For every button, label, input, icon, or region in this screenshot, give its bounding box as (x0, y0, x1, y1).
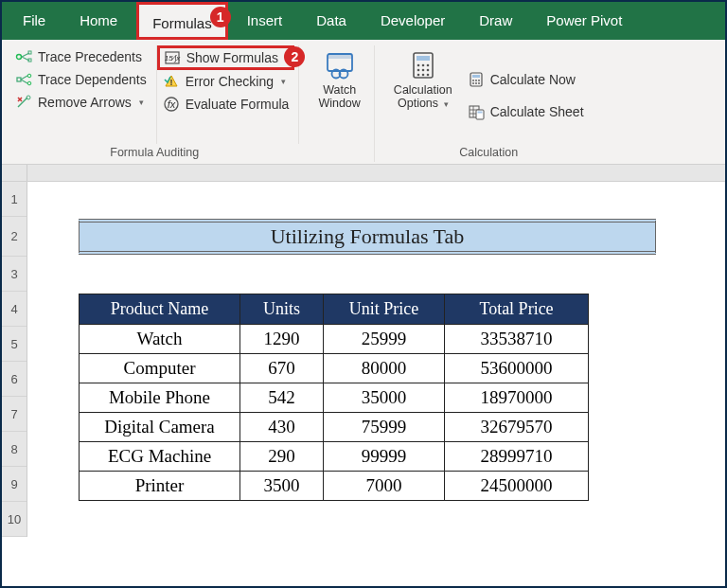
row-header[interactable]: 2 (2, 217, 27, 257)
evaluate-formula-label: Evaluate Formula (186, 97, 290, 112)
tab-data[interactable]: Data (299, 2, 364, 40)
tab-insert[interactable]: Insert (230, 2, 300, 40)
watch-window-icon (324, 49, 356, 81)
error-checking-button[interactable]: ! Error Checking ▾ (159, 72, 293, 91)
remove-arrows-button[interactable]: Remove Arrows ▾ (11, 93, 151, 112)
cell[interactable]: 53600000 (445, 354, 589, 383)
callout-2: 2 (284, 46, 305, 67)
cell[interactable]: Printer (80, 472, 240, 501)
row-header[interactable]: 8 (2, 432, 27, 467)
cell[interactable]: 670 (240, 354, 324, 383)
cell[interactable]: 33538710 (445, 325, 589, 354)
row-header[interactable]: 1 (2, 182, 27, 217)
tab-file[interactable]: File (6, 2, 62, 40)
tab-powerpivot[interactable]: Power Pivot (529, 2, 639, 40)
cell[interactable]: Mobile Phone (80, 383, 240, 413)
trace-dependents-label: Trace Dependents (38, 72, 147, 87)
tab-draw[interactable]: Draw (462, 2, 529, 40)
error-checking-label: Error Checking (186, 74, 274, 89)
table-header-row: Product Name Units Unit Price Total Pric… (80, 294, 589, 325)
watch-window-label-1: Watch (323, 83, 356, 97)
cell[interactable]: ECG Machine (80, 442, 240, 472)
group-calculation: Calculation Options ▾ Calculate Now Calc… (384, 45, 594, 162)
svg-rect-1 (28, 51, 31, 54)
col-total-price[interactable]: Total Price (445, 294, 589, 325)
calculate-sheet-label: Calculate Sheet (490, 104, 584, 119)
cell[interactable]: 430 (240, 413, 324, 442)
cell[interactable]: 35000 (324, 383, 445, 413)
trace-dependents-button[interactable]: Trace Dependents (11, 70, 151, 89)
row-header[interactable]: 4 (2, 292, 27, 327)
cell[interactable]: 3500 (240, 472, 324, 501)
tab-home[interactable]: Home (62, 2, 134, 40)
table-row: Printer 3500 7000 24500000 (80, 472, 589, 501)
watch-window-button[interactable]: Watch Window (309, 45, 369, 144)
row-header[interactable]: 9 (2, 467, 27, 502)
group-label-calculation: Calculation (459, 144, 518, 159)
svg-point-5 (27, 81, 31, 85)
tab-formulas[interactable]: Formulas 1 (136, 2, 228, 40)
cell[interactable]: Watch (80, 325, 240, 354)
cell[interactable]: 542 (240, 383, 324, 413)
show-formulas-label: Show Formulas (186, 50, 278, 65)
calculate-sheet-icon (468, 103, 485, 120)
calculate-now-button[interactable]: Calculate Now (464, 70, 588, 89)
cell[interactable]: 1290 (240, 325, 324, 354)
cell[interactable]: 18970000 (445, 383, 589, 413)
tab-developer[interactable]: Developer (364, 2, 462, 40)
evaluate-formula-button[interactable]: fx Evaluate Formula (159, 95, 293, 114)
cell[interactable]: 32679570 (445, 413, 589, 442)
row-header[interactable]: 7 (2, 397, 27, 432)
svg-point-33 (475, 82, 477, 84)
cell[interactable]: Computer (80, 354, 240, 383)
trace-dependents-icon (15, 71, 32, 88)
cell[interactable]: 99999 (324, 442, 445, 472)
row-headers: 1 2 3 4 5 6 7 8 9 10 (2, 182, 27, 537)
cell[interactable]: 24500000 (445, 472, 589, 501)
sheet-title[interactable]: Utilizing Formulas Tab (79, 219, 656, 255)
show-formulas-icon: 15⁄∫x (164, 49, 181, 66)
chevron-down-icon: ▾ (281, 77, 286, 86)
cells-area[interactable]: Utilizing Formulas Tab Product Name Unit… (27, 182, 725, 537)
calculate-sheet-button[interactable]: Calculate Sheet (464, 102, 588, 121)
svg-rect-37 (477, 112, 482, 114)
svg-point-31 (478, 80, 480, 81)
col-unit-price[interactable]: Unit Price (324, 294, 445, 325)
svg-point-25 (421, 74, 424, 77)
callout-1: 1 (210, 7, 231, 27)
remove-arrows-label: Remove Arrows (38, 95, 132, 110)
group-formula-auditing: Trace Precedents Trace Dependents Remove… (9, 45, 299, 162)
calculate-now-icon (468, 71, 485, 88)
group-label-auditing: Formula Auditing (110, 144, 199, 159)
cell[interactable]: 25999 (324, 325, 445, 354)
show-formulas-button[interactable]: 15⁄∫x Show Formulas 2 (157, 45, 295, 70)
svg-point-20 (426, 64, 429, 67)
chevron-down-icon: ▾ (444, 99, 449, 109)
cell[interactable]: 28999710 (445, 442, 589, 472)
group-watch: Watch Window (309, 45, 374, 162)
cell[interactable]: 7000 (324, 472, 445, 501)
trace-precedents-button[interactable]: Trace Precedents (11, 47, 151, 66)
row-header[interactable]: 6 (2, 362, 27, 397)
row-header[interactable]: 10 (2, 502, 27, 537)
svg-text:!: ! (169, 78, 172, 87)
row-header[interactable]: 3 (2, 257, 27, 292)
cell[interactable]: 75999 (324, 413, 445, 442)
cell[interactable]: Digital Camera (80, 413, 240, 442)
svg-text:fx: fx (167, 98, 175, 110)
column-headers (2, 165, 725, 182)
svg-point-22 (421, 69, 424, 72)
cell[interactable]: 290 (240, 442, 324, 472)
svg-point-19 (421, 64, 424, 67)
cell[interactable]: 80000 (324, 354, 445, 383)
calculation-options-button[interactable]: Calculation Options ▾ (384, 45, 462, 144)
menubar: File Home Formulas 1 Insert Data Develop… (2, 2, 725, 40)
watch-window-label-2: Window (318, 97, 360, 110)
svg-point-34 (478, 82, 480, 84)
trace-precedents-label: Trace Precedents (38, 49, 142, 64)
col-units[interactable]: Units (240, 294, 324, 325)
select-all-corner[interactable] (2, 165, 27, 181)
calc-options-label-2: Options (398, 97, 438, 110)
col-product[interactable]: Product Name (80, 294, 240, 325)
row-header[interactable]: 5 (2, 327, 27, 362)
